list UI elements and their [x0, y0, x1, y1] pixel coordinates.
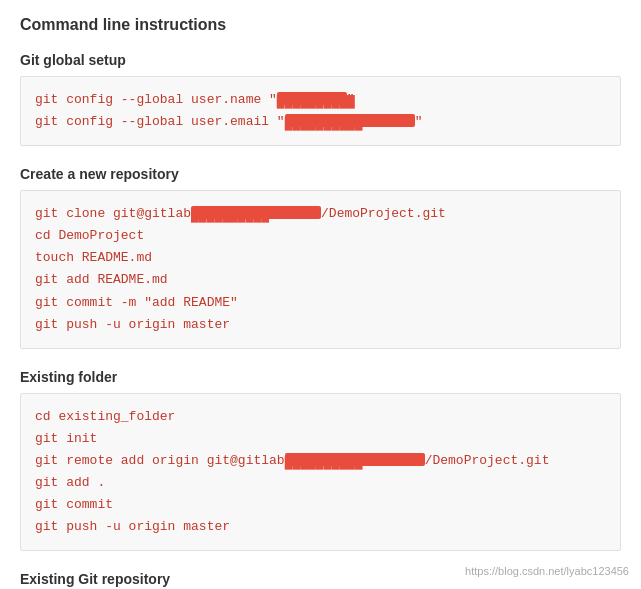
redacted-text: ██████████ — [285, 114, 415, 127]
redacted-text: ██████████ — [285, 453, 425, 466]
section-create-new-repo: Create a new repositorygit clone git@git… — [20, 166, 621, 349]
code-line-existing-folder-3: git add . — [35, 472, 606, 494]
code-line-create-new-repo-5: git push -u origin master — [35, 314, 606, 336]
section-title-create-new-repo: Create a new repository — [20, 166, 621, 182]
sections-container: Git global setupgit config --global user… — [20, 52, 621, 587]
code-line-git-global-setup-1: git config --global user.email "████████… — [35, 111, 606, 133]
code-line-existing-folder-4: git commit — [35, 494, 606, 516]
code-line-create-new-repo-4: git commit -m "add README" — [35, 292, 606, 314]
section-title-git-global-setup: Git global setup — [20, 52, 621, 68]
code-line-create-new-repo-0: git clone git@gitlab██████████/DemoProje… — [35, 203, 606, 225]
code-block-git-global-setup: git config --global user.name "█████████… — [20, 76, 621, 146]
redacted-text: ██████████ — [277, 92, 347, 105]
watermark: https://blog.csdn.net/lyabc123456 — [465, 565, 629, 577]
code-line-existing-folder-0: cd existing_folder — [35, 406, 606, 428]
code-line-create-new-repo-1: cd DemoProject — [35, 225, 606, 247]
code-line-git-global-setup-0: git config --global user.name "█████████… — [35, 89, 606, 111]
redacted-text: ██████████ — [191, 206, 321, 219]
code-line-existing-folder-2: git remote add origin git@gitlab████████… — [35, 450, 606, 472]
code-line-create-new-repo-3: git add README.md — [35, 269, 606, 291]
code-line-existing-folder-5: git push -u origin master — [35, 516, 606, 538]
section-title-existing-folder: Existing folder — [20, 369, 621, 385]
page-title: Command line instructions — [20, 16, 621, 34]
section-git-global-setup: Git global setupgit config --global user… — [20, 52, 621, 146]
code-line-create-new-repo-2: touch README.md — [35, 247, 606, 269]
code-block-create-new-repo: git clone git@gitlab██████████/DemoProje… — [20, 190, 621, 349]
section-existing-folder: Existing foldercd existing_foldergit ini… — [20, 369, 621, 552]
code-block-existing-folder: cd existing_foldergit initgit remote add… — [20, 393, 621, 552]
code-line-existing-folder-1: git init — [35, 428, 606, 450]
